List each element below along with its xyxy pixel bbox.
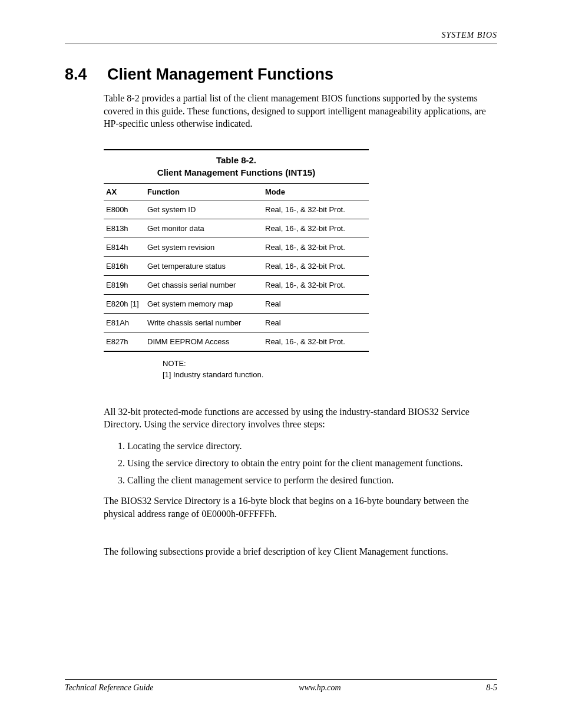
table-row: E800h Get system ID Real, 16-, & 32-bit … xyxy=(104,200,369,219)
footer-center: www.hp.com xyxy=(299,683,340,693)
header-function: Function xyxy=(145,183,263,200)
cell-function: Get system revision xyxy=(145,238,263,256)
table-row: E819h Get chassis serial number Real, 16… xyxy=(104,275,369,294)
header-ax: AX xyxy=(104,183,145,200)
cell-function: Get temperature status xyxy=(145,256,263,275)
list-item: Using the service directory to obtain th… xyxy=(127,455,497,472)
address-range-paragraph: The BIOS32 Service Directory is a 16-byt… xyxy=(104,495,497,520)
cell-function: Get system ID xyxy=(145,200,263,219)
cell-mode: Real, 16-, & 32-bit Prot. xyxy=(263,238,369,256)
cell-ax: E800h xyxy=(104,200,145,219)
list-item: Locating the service directory. xyxy=(127,438,497,455)
table-row: E814h Get system revision Real, 16-, & 3… xyxy=(104,238,369,256)
subsections-paragraph: The following subsections provide a brie… xyxy=(104,545,497,558)
cell-ax: E813h xyxy=(104,219,145,238)
section-heading: 8.4 Client Management Functions xyxy=(65,65,497,84)
cell-mode: Real, 16-, & 32-bit Prot. xyxy=(263,219,369,238)
table-caption: Table 8-2. Client Management Functions (… xyxy=(104,149,369,179)
cell-mode: Real, 16-, & 32-bit Prot. xyxy=(263,275,369,294)
note-text: [1] Industry standard function. xyxy=(163,369,369,381)
page-footer: Technical Reference Guide www.hp.com 8-5 xyxy=(65,679,497,693)
footer-left: Technical Reference Guide xyxy=(65,683,154,693)
cell-function: Get system memory map xyxy=(145,294,263,313)
cell-function: DIMM EEPROM Access xyxy=(145,332,263,351)
cell-function: Write chassis serial number xyxy=(145,313,263,332)
cell-ax: E81Ah xyxy=(104,313,145,332)
table-row: E816h Get temperature status Real, 16-, … xyxy=(104,256,369,275)
cell-mode: Real xyxy=(263,313,369,332)
table-row: E81Ah Write chassis serial number Real xyxy=(104,313,369,332)
table-row: E827h DIMM EEPROM Access Real, 16-, & 32… xyxy=(104,332,369,351)
note-label: NOTE: xyxy=(163,358,369,370)
cell-mode: Real, 16-, & 32-bit Prot. xyxy=(263,332,369,351)
table-container: Table 8-2. Client Management Functions (… xyxy=(104,149,369,381)
steps-list: Locating the service directory. Using th… xyxy=(115,438,497,489)
section-title: Client Management Functions xyxy=(107,65,333,84)
intro-paragraph: Table 8-2 provides a partial list of the… xyxy=(104,92,497,130)
cell-ax: E814h xyxy=(104,238,145,256)
cell-mode: Real xyxy=(263,294,369,313)
cell-function: Get chassis serial number xyxy=(145,275,263,294)
section-number: 8.4 xyxy=(65,65,94,84)
header-mode: Mode xyxy=(263,183,369,200)
header-right-text: SYSTEM BIOS xyxy=(441,31,497,39)
table-row: E820h [1] Get system memory map Real xyxy=(104,294,369,313)
table-note: NOTE: [1] Industry standard function. xyxy=(163,358,369,381)
table-row: E813h Get monitor data Real, 16-, & 32-b… xyxy=(104,219,369,238)
cell-ax: E816h xyxy=(104,256,145,275)
cell-ax: E827h xyxy=(104,332,145,351)
list-item: Calling the client management service to… xyxy=(127,472,497,489)
cell-mode: Real, 16-, & 32-bit Prot. xyxy=(263,200,369,219)
table-header-row: AX Function Mode xyxy=(104,183,369,200)
table-caption-line2: Client Management Functions (INT15) xyxy=(104,166,369,179)
bios32-paragraph: All 32-bit protected-mode functions are … xyxy=(104,406,497,431)
cell-ax: E819h xyxy=(104,275,145,294)
page-header: SYSTEM BIOS xyxy=(65,31,497,44)
cell-mode: Real, 16-, & 32-bit Prot. xyxy=(263,256,369,275)
footer-right: 8-5 xyxy=(486,683,497,693)
functions-table: AX Function Mode E800h Get system ID Rea… xyxy=(104,183,369,352)
table-caption-line1: Table 8-2. xyxy=(104,154,369,166)
cell-function: Get monitor data xyxy=(145,219,263,238)
cell-ax: E820h [1] xyxy=(104,294,145,313)
